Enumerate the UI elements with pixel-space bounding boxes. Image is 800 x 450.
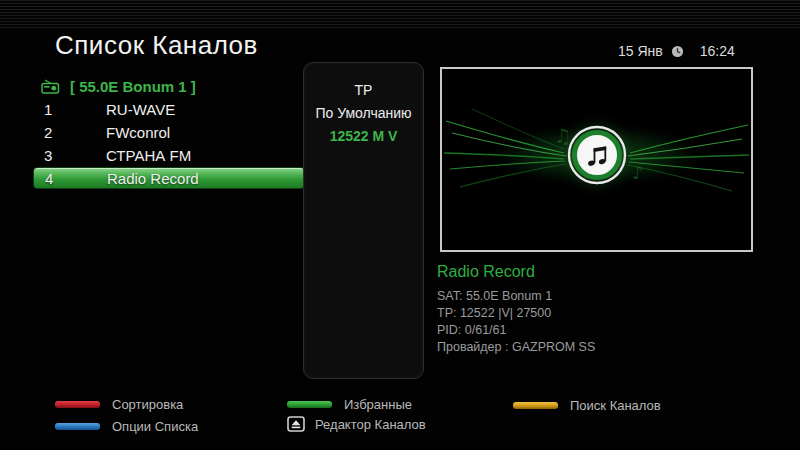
channel-name: FWconrol (106, 124, 170, 141)
legend-favorites[interactable]: Избранные (287, 397, 412, 412)
radio-preview-window: ♫ ♪ (440, 67, 753, 252)
legend-favorites-label: Избранные (344, 397, 412, 412)
receiver-screen: Список Каналов 15 Янв 16:24 [ 55.0E Bonu… (0, 0, 800, 450)
channel-number: 2 (33, 124, 106, 141)
legend-search-label: Поиск Каналов (570, 398, 661, 413)
channel-name: RU-WAVE (106, 101, 175, 118)
top-scanlines (0, 0, 800, 30)
status-time: 16:24 (700, 43, 735, 59)
legend-sort-label: Сортировка (112, 397, 183, 412)
tp-value: 12522 M V (304, 125, 423, 148)
music-note-icon: ♫ ♪ (442, 69, 751, 250)
channel-row[interactable]: 1 RU-WAVE (33, 98, 305, 121)
channel-name: Radio Record (107, 170, 199, 187)
channel-info: Radio Record SAT: 55.0E Bonum 1 TP: 1252… (437, 263, 595, 356)
legend-editor-label: Редактор Каналов (315, 417, 426, 432)
channel-group-label: [ 55.0E Bonum 1 ] (70, 78, 196, 95)
channel-group-header[interactable]: [ 55.0E Bonum 1 ] (33, 74, 305, 98)
legend-editor[interactable]: Редактор Каналов (287, 416, 426, 432)
legend-search[interactable]: Поиск Каналов (513, 398, 661, 413)
channel-row[interactable]: 3 СТРАНА FM (33, 144, 305, 167)
radio-icon (41, 79, 60, 94)
channel-info-provider: Провайдер : GAZPROM SS (437, 339, 595, 356)
legend-list-options[interactable]: Опции Списка (55, 419, 198, 434)
channel-number: 4 (34, 170, 107, 187)
red-button-icon (55, 401, 100, 408)
channel-row[interactable]: 2 FWconrol (33, 121, 305, 144)
channel-list: [ 55.0E Bonum 1 ] 1 RU-WAVE 2 FWconrol 3… (33, 74, 305, 189)
channel-info-pid: PID: 0/61/61 (437, 322, 595, 339)
channel-number: 3 (33, 147, 106, 164)
channel-row-selected[interactable]: 4 Radio Record (33, 167, 305, 189)
yellow-button-icon (513, 402, 558, 409)
status-datetime: 15 Янв 16:24 (618, 43, 758, 59)
clock-icon (671, 45, 684, 58)
legend-list-options-label: Опции Списка (112, 419, 198, 434)
green-button-icon (287, 401, 332, 408)
page-title: Список Каналов (55, 30, 258, 61)
eject-icon (287, 416, 305, 432)
channel-name: СТРАНА FM (106, 147, 191, 164)
tp-mode: По Умолчанию (304, 102, 423, 125)
channel-info-name: Radio Record (437, 263, 595, 281)
tp-title: ТР (304, 79, 423, 102)
channel-number: 1 (33, 101, 106, 118)
transponder-panel: ТР По Умолчанию 12522 M V (303, 62, 424, 379)
blue-button-icon (55, 423, 100, 430)
legend-sort[interactable]: Сортировка (55, 397, 183, 412)
channel-info-sat: SAT: 55.0E Bonum 1 (437, 288, 595, 305)
status-date: 15 Янв (618, 43, 663, 59)
channel-info-tp: TP: 12522 |V| 27500 (437, 305, 595, 322)
